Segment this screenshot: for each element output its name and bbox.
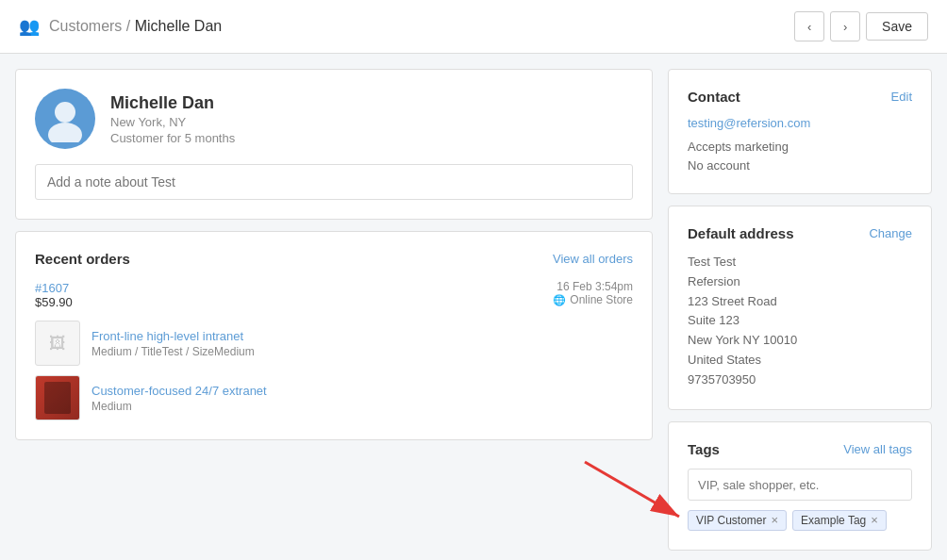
- order-row: #1607 $59.90 16 Feb 3:54pm 🌐 Online Stor…: [35, 280, 633, 309]
- order-date-store: 16 Feb 3:54pm 🌐 Online Store: [553, 280, 633, 306]
- note-input[interactable]: [35, 164, 633, 200]
- customer-location: New York, NY: [110, 115, 235, 129]
- address-line-4: Suite 123: [688, 311, 912, 331]
- orders-title: Recent orders: [35, 251, 130, 267]
- contact-title: Contact: [688, 89, 740, 105]
- change-address-link[interactable]: Change: [869, 226, 912, 240]
- breadcrumb-parent[interactable]: Customers: [49, 18, 122, 34]
- order-number[interactable]: #1607: [35, 281, 69, 295]
- item-info-2: Customer-focused 24/7 extranet Medium: [91, 383, 633, 413]
- avatar: [35, 89, 95, 149]
- address-title: Default address: [688, 225, 794, 241]
- item-variant-1: Medium / TitleTest / SizeMedium: [91, 345, 633, 358]
- avatar-icon: [42, 95, 89, 142]
- contact-marketing: Accepts marketing: [688, 138, 912, 156]
- address-lines: Test Test Refersion 123 Street Road Suit…: [688, 253, 912, 390]
- order-items: 🖼 Front-line high-level intranet Medium …: [35, 321, 633, 420]
- item-variant-2: Medium: [91, 400, 633, 413]
- left-column: Michelle Dan New York, NY Customer for 5…: [15, 69, 653, 551]
- order-store: 🌐 Online Store: [553, 293, 633, 306]
- customer-card: Michelle Dan New York, NY Customer for 5…: [15, 69, 653, 220]
- header-left: 👥 Customers / Michelle Dan: [19, 16, 222, 37]
- tags-list: VIP Customer × Example Tag ×: [688, 510, 912, 531]
- orders-header: Recent orders View all orders: [35, 251, 633, 267]
- contact-account: No account: [688, 156, 912, 175]
- contact-email[interactable]: testing@refersion.com: [688, 116, 912, 130]
- order-date: 16 Feb 3:54pm: [553, 280, 633, 293]
- tag-example: Example Tag ×: [792, 510, 887, 531]
- customer-details: Michelle Dan New York, NY Customer for 5…: [110, 93, 235, 145]
- address-line-3: 123 Street Road: [688, 292, 912, 312]
- order-meta: #1607 $59.90 16 Feb 3:54pm 🌐 Online Stor…: [35, 280, 633, 309]
- order-left: #1607 $59.90: [35, 280, 73, 309]
- globe-icon: 🌐: [553, 294, 566, 306]
- order-price: $59.90: [35, 295, 73, 309]
- tag-label-vip: VIP Customer: [696, 514, 766, 527]
- customer-duration: Customer for 5 months: [110, 131, 235, 145]
- breadcrumb-current: Michelle Dan: [135, 18, 222, 34]
- address-line-1: Test Test: [688, 253, 912, 272]
- header-actions: ‹ › Save: [794, 11, 928, 41]
- address-line-6: United States: [688, 351, 912, 371]
- item-thumbnail-1: 🖼: [35, 321, 80, 366]
- tags-input-wrapper[interactable]: [688, 469, 912, 501]
- address-card: Default address Change Test Test Refersi…: [668, 206, 932, 410]
- address-header: Default address Change: [688, 225, 912, 241]
- customer-name: Michelle Dan: [110, 93, 235, 113]
- next-button[interactable]: ›: [830, 11, 860, 41]
- svg-point-0: [55, 102, 75, 123]
- header: 👥 Customers / Michelle Dan ‹ › Save: [0, 0, 947, 54]
- product-image-shape: [44, 382, 71, 414]
- tag-remove-example[interactable]: ×: [871, 514, 878, 526]
- tags-title: Tags: [688, 441, 720, 457]
- customers-icon: 👥: [19, 16, 40, 37]
- edit-contact-link[interactable]: Edit: [891, 90, 912, 104]
- image-placeholder-icon: 🖼: [49, 334, 66, 354]
- svg-point-1: [48, 123, 82, 142]
- view-all-orders-link[interactable]: View all orders: [553, 252, 633, 266]
- tag-vip-customer: VIP Customer ×: [688, 510, 787, 531]
- tag-label-example: Example Tag: [801, 514, 866, 527]
- order-store-name: Online Store: [570, 293, 633, 306]
- breadcrumb: Customers / Michelle Dan: [49, 18, 222, 35]
- save-button[interactable]: Save: [866, 12, 928, 41]
- item-thumbnail-2: [35, 375, 80, 420]
- address-line-5: New York NY 10010: [688, 331, 912, 351]
- order-item-2: Customer-focused 24/7 extranet Medium: [35, 375, 633, 420]
- order-item: 🖼 Front-line high-level intranet Medium …: [35, 321, 633, 366]
- contact-card: Contact Edit testing@refersion.com Accep…: [668, 69, 932, 194]
- item-name-1[interactable]: Front-line high-level intranet: [91, 329, 243, 343]
- item-name-2[interactable]: Customer-focused 24/7 extranet: [91, 384, 267, 398]
- address-line-2: Refersion: [688, 272, 912, 292]
- item-info-1: Front-line high-level intranet Medium / …: [91, 328, 633, 358]
- breadcrumb-separator: /: [126, 18, 135, 34]
- tag-remove-vip[interactable]: ×: [771, 514, 778, 526]
- view-all-tags-link[interactable]: View all tags: [843, 442, 912, 456]
- main-content: Michelle Dan New York, NY Customer for 5…: [0, 54, 947, 560]
- contact-header: Contact Edit: [688, 89, 912, 105]
- prev-button[interactable]: ‹: [794, 11, 824, 41]
- customer-info: Michelle Dan New York, NY Customer for 5…: [35, 89, 633, 149]
- tags-header: Tags View all tags: [688, 441, 912, 457]
- address-line-7: 9735703950: [688, 371, 912, 390]
- recent-orders-card: Recent orders View all orders #1607 $59.…: [15, 231, 653, 440]
- item-image-2: [36, 376, 79, 420]
- right-column: Contact Edit testing@refersion.com Accep…: [668, 69, 932, 551]
- tags-card: Tags View all tags VIP Customer × Exampl…: [668, 421, 932, 551]
- tags-input[interactable]: [698, 478, 902, 492]
